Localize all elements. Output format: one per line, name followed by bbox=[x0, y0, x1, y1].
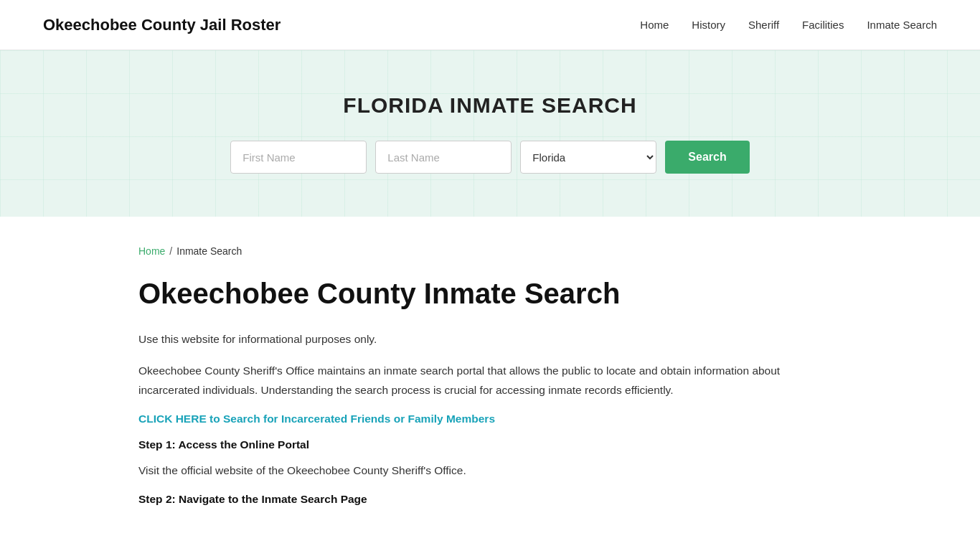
last-name-input[interactable] bbox=[375, 141, 512, 174]
nav-link-history[interactable]: History bbox=[692, 19, 725, 31]
page-title: Okeechobee County Inmate Search bbox=[138, 277, 842, 310]
nav-item-facilities: Facilities bbox=[802, 19, 844, 32]
breadcrumb-current: Inmate Search bbox=[176, 245, 242, 257]
nav-item-sheriff: Sheriff bbox=[748, 19, 779, 32]
nav-link-home[interactable]: Home bbox=[640, 19, 669, 31]
nav-link-sheriff[interactable]: Sheriff bbox=[748, 19, 779, 31]
breadcrumb-home-link[interactable]: Home bbox=[138, 245, 165, 257]
step2-heading: Step 2: Navigate to the Inmate Search Pa… bbox=[138, 493, 842, 506]
nav-link-facilities[interactable]: Facilities bbox=[802, 19, 844, 31]
nav-link-inmate-search[interactable]: Inmate Search bbox=[867, 19, 937, 31]
search-button[interactable]: Search bbox=[665, 141, 749, 174]
nav-item-home: Home bbox=[640, 19, 669, 32]
main-nav: Home History Sheriff Facilities Inmate S… bbox=[640, 19, 937, 32]
search-form: Florida Alabama Georgia South Carolina T… bbox=[14, 141, 966, 174]
main-content: Home / Inmate Search Okeechobee County I… bbox=[95, 217, 885, 551]
step1-text: Visit the official website of the Okeech… bbox=[138, 461, 842, 480]
nav-item-history: History bbox=[692, 19, 725, 32]
hero-title: FLORIDA INMATE SEARCH bbox=[14, 93, 966, 118]
state-select[interactable]: Florida Alabama Georgia South Carolina T… bbox=[520, 141, 656, 174]
first-name-input[interactable] bbox=[230, 141, 367, 174]
click-here-link[interactable]: CLICK HERE to Search for Incarcerated Fr… bbox=[138, 413, 495, 425]
breadcrumb: Home / Inmate Search bbox=[138, 245, 842, 257]
breadcrumb-separator: / bbox=[169, 245, 172, 257]
intro-paragraph: Use this website for informational purpo… bbox=[138, 330, 842, 349]
site-logo[interactable]: Okeechobee County Jail Roster bbox=[43, 16, 281, 34]
nav-menu: Home History Sheriff Facilities Inmate S… bbox=[640, 19, 937, 32]
site-header: Okeechobee County Jail Roster Home Histo… bbox=[0, 0, 980, 50]
hero-banner: FLORIDA INMATE SEARCH Florida Alabama Ge… bbox=[0, 50, 980, 217]
description-paragraph: Okeechobee County Sheriff's Office maint… bbox=[138, 362, 842, 400]
step1-heading: Step 1: Access the Online Portal bbox=[138, 438, 842, 451]
nav-item-inmate-search: Inmate Search bbox=[867, 19, 937, 32]
